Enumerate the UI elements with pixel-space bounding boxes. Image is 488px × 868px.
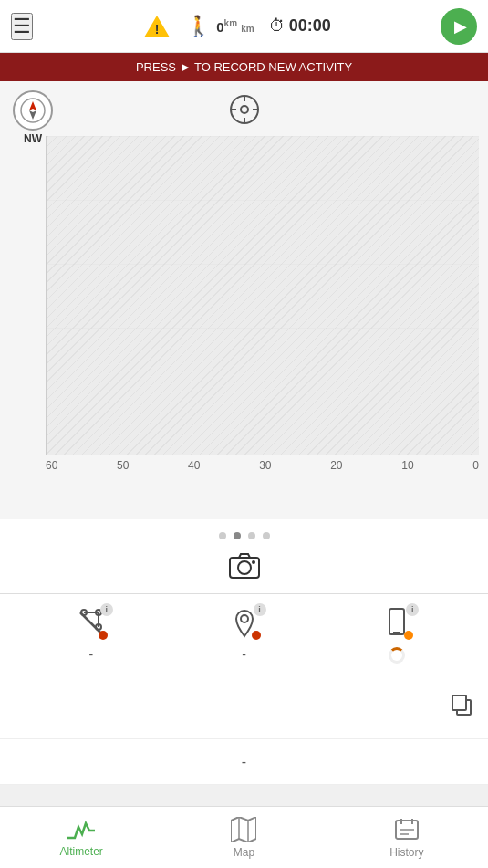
location-button[interactable] <box>229 94 260 131</box>
header-center: ! 🚶 0km km ⏱ 00:00 <box>142 12 330 41</box>
banner-instruction: TO RECORD NEW ACTIVITY <box>194 60 352 74</box>
copy-button[interactable] <box>450 693 473 722</box>
device-spinner <box>389 647 405 664</box>
play-icon: ▶ <box>454 16 467 37</box>
camera-section <box>0 549 488 594</box>
stats-section: i - i - <box>0 594 488 675</box>
nav-label-history: History <box>389 846 423 859</box>
stat-route-icon-container: i <box>73 605 109 642</box>
history-icon <box>394 817 420 842</box>
svg-marker-4 <box>29 110 36 120</box>
copy-section <box>0 675 488 739</box>
camera-icon <box>228 552 261 580</box>
camera-button[interactable] <box>228 552 261 586</box>
stat-location: i - <box>168 605 321 662</box>
dot-2[interactable] <box>234 532 241 539</box>
location-status-dot <box>252 631 261 640</box>
x-axis-label-50: 50 <box>117 459 129 472</box>
svg-rect-21 <box>389 609 404 634</box>
walk-icon: 🚶 <box>186 15 211 38</box>
x-axis-label-60: 60 <box>46 459 57 472</box>
compass-label: NW <box>24 132 42 145</box>
stat-location-icon-container: i <box>226 605 263 642</box>
chart-background <box>46 136 479 455</box>
main-value-display: - <box>242 754 246 770</box>
stat-device: i <box>320 605 473 664</box>
svg-rect-24 <box>452 695 466 710</box>
compass-circle <box>13 90 53 131</box>
svg-marker-3 <box>29 101 36 110</box>
stat-route-value: - <box>89 647 94 662</box>
x-axis-label-10: 10 <box>401 459 413 472</box>
distance-unit: km <box>224 18 237 28</box>
copy-icon <box>450 693 473 716</box>
play-button[interactable]: ▶ <box>441 8 477 45</box>
x-axis-label-20: 20 <box>330 459 342 472</box>
svg-point-12 <box>238 561 251 574</box>
banner-press: PRESS <box>136 60 176 74</box>
svg-text:!: ! <box>155 22 160 37</box>
activity-banner: PRESS ▶ TO RECORD NEW ACTIVITY <box>0 53 488 81</box>
altimeter-icon <box>67 818 95 842</box>
stat-route-header: i <box>73 605 109 642</box>
pagination-section <box>0 519 488 549</box>
stat-device-icon-container: i <box>379 605 415 642</box>
nav-item-history[interactable]: History <box>326 807 488 868</box>
distance-unit-label: km <box>241 24 254 34</box>
distance-value: 0 <box>216 19 223 35</box>
bottom-nav: Altimeter Map History <box>0 806 488 868</box>
distance-display: 0km km <box>216 18 254 35</box>
location-icon <box>229 94 260 125</box>
warning-icon: ! <box>142 12 171 41</box>
x-axis-label-30: 30 <box>259 459 271 472</box>
device-info-badge[interactable]: i <box>406 603 419 616</box>
svg-point-20 <box>241 615 248 622</box>
route-info-badge[interactable]: i <box>100 603 113 616</box>
clock-icon: ⏱ <box>269 16 286 36</box>
stat-route: i - <box>15 605 168 662</box>
chart-area: 60 50 40 30 20 10 0 <box>46 136 479 483</box>
route-status-dot <box>99 631 108 640</box>
stat-location-header: i <box>226 605 263 642</box>
x-axis-label-0: 0 <box>472 459 479 472</box>
nav-label-map: Map <box>234 846 254 859</box>
stat-location-value: - <box>242 647 246 662</box>
pagination-dots <box>0 525 488 547</box>
dot-1[interactable] <box>219 532 226 539</box>
header-left: ☰ <box>11 13 33 40</box>
header: ☰ ! 🚶 0km km ⏱ 00:00 ▶ <box>0 0 488 53</box>
banner-play-icon: ▶ <box>182 61 189 73</box>
svg-marker-25 <box>231 817 256 842</box>
x-axis-label-40: 40 <box>188 459 200 472</box>
location-info-badge[interactable]: i <box>254 603 266 616</box>
value-section: - <box>0 739 488 785</box>
svg-point-13 <box>252 560 255 564</box>
dot-3[interactable] <box>248 532 255 539</box>
nav-item-altimeter[interactable]: Altimeter <box>0 807 162 868</box>
svg-point-6 <box>241 106 248 113</box>
map-icon <box>231 817 256 842</box>
activity-info: 🚶 0km km <box>186 15 254 38</box>
stat-device-header: i <box>379 605 415 642</box>
map-container: NW 60 50 40 30 20 10 0 <box>0 81 488 519</box>
timer-section: ⏱ 00:00 <box>269 16 331 36</box>
nav-item-map[interactable]: Map <box>162 807 325 868</box>
dot-4[interactable] <box>263 532 270 539</box>
timer-display: 00:00 <box>289 16 331 36</box>
compass-needle-icon <box>20 98 46 123</box>
nav-label-altimeter: Altimeter <box>59 845 102 858</box>
menu-button[interactable]: ☰ <box>11 13 33 40</box>
x-axis: 60 50 40 30 20 10 0 <box>46 455 479 476</box>
